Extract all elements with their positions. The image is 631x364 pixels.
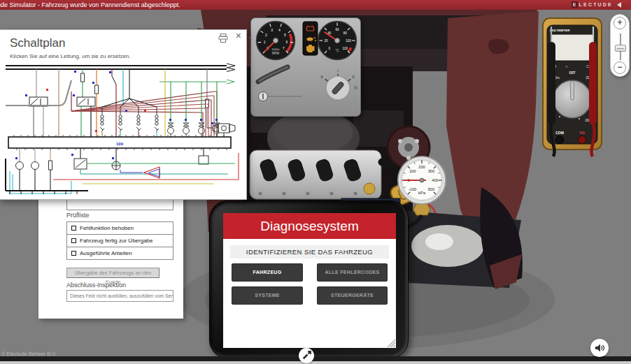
- zoom-in-button[interactable]: +: [614, 17, 626, 29]
- checklist-row[interactable]: Fahrzeug fertig zur Übergabe: [66, 234, 173, 247]
- ecu-connector: 100: [8, 135, 231, 150]
- checkbox-arbeiten[interactable]: [71, 251, 76, 256]
- svg-text:OFF: OFF: [569, 71, 575, 75]
- wiring-diagram[interactable]: 100: [4, 61, 242, 198]
- svg-text:5: 5: [284, 33, 286, 37]
- tablet-screen: Diagnosesystem IDENTIFIZIEREN SIE DAS FA…: [223, 213, 396, 348]
- systems-button[interactable]: SYSTEME: [232, 286, 303, 305]
- svg-text:7: 7: [283, 46, 285, 50]
- audio-button[interactable]: [590, 339, 609, 357]
- pressure-unit: kPa: [418, 191, 426, 195]
- status-message: Electude Simulator - Fahrzeug wurde von …: [0, 0, 180, 10]
- com-jack-label: COM: [555, 131, 564, 135]
- checkbox-fehlfunktion[interactable]: [71, 226, 76, 231]
- window-subtitle: Klicken Sie auf eine Leitung, um sie zu …: [10, 53, 131, 59]
- schaltplan-window: Schaltplan Klicken Sie auf eine Leitung,…: [0, 29, 247, 200]
- svg-text:20: 20: [324, 39, 328, 43]
- light-switch-slider[interactable]: [259, 92, 302, 101]
- inspection-input[interactable]: Dieses Feld nicht ausfüllen, auszufüllen…: [66, 290, 173, 302]
- temp-unit: °C: [335, 49, 339, 52]
- rpm-unit: RPM: [272, 52, 279, 55]
- dial-pointer: [571, 81, 574, 100]
- svg-text:100: 100: [346, 39, 351, 43]
- ignition-switch[interactable]: 0 I II: [320, 68, 357, 101]
- warning-light-cluster: [303, 22, 318, 55]
- svg-text:120: 120: [342, 47, 348, 50]
- svg-text:∿: ∿: [565, 64, 568, 68]
- diagnose-tablet: Diagnosesystem IDENTIFIZIEREN SIE DAS FA…: [209, 201, 409, 358]
- instrument-cluster: 0 1 2 3 4 5 6 7 1000x RPM: [250, 17, 361, 117]
- checklist-row[interactable]: Fehlfunktion behoben: [66, 221, 173, 235]
- zoom-control: + −: [610, 14, 630, 77]
- svg-text:6: 6: [286, 40, 288, 44]
- all-fault-codes-button[interactable]: ALLE FEHLERCODES: [317, 263, 388, 282]
- tools-button[interactable]: [299, 348, 314, 363]
- zoom-out-button[interactable]: −: [614, 61, 626, 74]
- wrench-icon: [302, 351, 311, 361]
- checklist-title: Prüfliste: [66, 212, 90, 219]
- window-title: Schaltplan: [10, 36, 65, 50]
- resize-grip-icon[interactable]: [385, 337, 395, 347]
- print-icon[interactable]: [218, 34, 228, 43]
- electude-logo: E LECTUDE: [572, 1, 621, 8]
- svg-text:300: 300: [428, 169, 434, 173]
- oil-cap: [364, 183, 375, 194]
- brass-fitting: [413, 204, 430, 215]
- svg-text:4: 4: [278, 28, 281, 32]
- svg-text:200: 200: [418, 165, 425, 169]
- logo-text: LECTUDE: [579, 2, 613, 7]
- top-status-bar: Electude Simulator - Fahrzeug wurde von …: [0, 0, 631, 10]
- temperature-gauge: 0 20 40 60 80 100 120 °C: [318, 22, 357, 60]
- svg-text:3: 3: [271, 28, 273, 32]
- svg-text:0: 0: [320, 75, 322, 79]
- logo-e-box: E: [572, 1, 578, 8]
- vohm-jack: [579, 136, 586, 144]
- svg-text:2: 2: [265, 33, 267, 37]
- svg-text:80: 80: [343, 31, 348, 35]
- control-units-button[interactable]: STEUERGERÄTE: [317, 286, 388, 305]
- inspection-title: Abschluss-Inspektion: [66, 282, 126, 289]
- svg-text:I: I: [337, 68, 339, 73]
- svg-text:400: 400: [432, 178, 438, 182]
- zoom-slider-handle[interactable]: [615, 45, 626, 52]
- svg-text:II: II: [352, 75, 355, 79]
- multimeter-lcd: [551, 34, 594, 61]
- svg-text:0: 0: [328, 47, 330, 50]
- control-stalk[interactable]: [258, 67, 288, 82]
- tablet-title: Diagnosesystem: [223, 213, 396, 239]
- vohm-jack-label: VΩ: [579, 131, 584, 135]
- svg-text:1: 1: [264, 40, 266, 44]
- svg-text:60: 60: [335, 28, 339, 31]
- electude-simulator-root: { "top_bar": { "title": "Electude Simula…: [0, 0, 631, 364]
- svg-text:500: 500: [428, 187, 434, 191]
- footer-bar: [0, 356, 631, 361]
- rpm-gauge: 0 1 2 3 4 5 6 7 1000x RPM: [257, 22, 295, 60]
- multimeter-dial[interactable]: [553, 80, 591, 118]
- ignition-indicator: [354, 86, 357, 89]
- svg-text:100: 100: [409, 169, 416, 173]
- ecu-label: 100: [116, 142, 124, 146]
- checklist-row[interactable]: Ausgeführte Arbeiten: [66, 247, 173, 260]
- brand-arrow-icon[interactable]: [617, 2, 621, 8]
- close-icon[interactable]: ×: [236, 31, 241, 41]
- identify-vehicle-button[interactable]: FAHRZEUG IDENTIFIZIEREN: [232, 263, 303, 282]
- multimeter-brand: MULTIMETER: [550, 29, 570, 32]
- checkbox-uebergabe[interactable]: [71, 238, 76, 243]
- copyright-text: © Electude Beheer B.V.: [1, 351, 57, 357]
- com-jack: [556, 136, 564, 144]
- speaker-icon: [594, 342, 605, 354]
- svg-text:-100: -100: [409, 187, 416, 191]
- tablet-prompt: IDENTIFIZIEREN SIE DAS FAHRZEUG: [230, 245, 389, 259]
- footer-strip: [0, 361, 631, 364]
- rpm-multiplier: 1000x: [271, 48, 280, 51]
- multimeter: MULTIMETER ∿ CE 200m OFF 20M 200 COM VΩ: [539, 17, 606, 158]
- injector-symbols: [168, 82, 220, 137]
- handover-button[interactable]: Übergabe des Fahrzeugs an den Kunde: [66, 268, 159, 278]
